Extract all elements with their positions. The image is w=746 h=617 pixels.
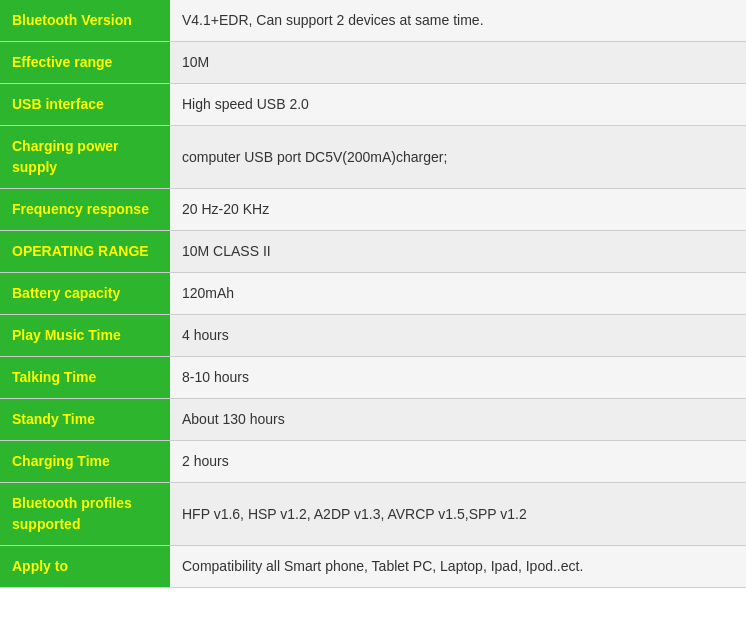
value-charging-power-supply: computer USB port DC5V(200mA)charger;: [170, 126, 746, 189]
value-charging-time: 2 hours: [170, 441, 746, 483]
label-bluetooth-version: Bluetooth Version: [0, 0, 170, 42]
label-charging-power-supply: Charging power supply: [0, 126, 170, 189]
value-standy-time: About 130 hours: [170, 399, 746, 441]
label-standy-time: Standy Time: [0, 399, 170, 441]
label-usb-interface: USB interface: [0, 84, 170, 126]
label-effective-range: Effective range: [0, 42, 170, 84]
label-talking-time: Talking Time: [0, 357, 170, 399]
label-bluetooth-profiles: Bluetooth profiles supported: [0, 483, 170, 546]
label-charging-time: Charging Time: [0, 441, 170, 483]
label-frequency-response: Frequency response: [0, 189, 170, 231]
value-talking-time: 8-10 hours: [170, 357, 746, 399]
table-row: OPERATING RANGE10M CLASS II: [0, 231, 746, 273]
value-usb-interface: High speed USB 2.0: [170, 84, 746, 126]
label-play-music-time: Play Music Time: [0, 315, 170, 357]
table-row: Bluetooth profiles supportedHFP v1.6, HS…: [0, 483, 746, 546]
table-row: Play Music Time4 hours: [0, 315, 746, 357]
table-row: Bluetooth VersionV4.1+EDR, Can support 2…: [0, 0, 746, 42]
table-row: Charging power supplycomputer USB port D…: [0, 126, 746, 189]
value-play-music-time: 4 hours: [170, 315, 746, 357]
spec-table: Bluetooth VersionV4.1+EDR, Can support 2…: [0, 0, 746, 588]
value-frequency-response: 20 Hz-20 KHz: [170, 189, 746, 231]
value-apply-to: Compatibility all Smart phone, Tablet PC…: [170, 546, 746, 588]
table-row: Frequency response20 Hz-20 KHz: [0, 189, 746, 231]
table-row: Standy TimeAbout 130 hours: [0, 399, 746, 441]
value-effective-range: 10M: [170, 42, 746, 84]
table-row: Effective range10M: [0, 42, 746, 84]
label-battery-capacity: Battery capacity: [0, 273, 170, 315]
value-battery-capacity: 120mAh: [170, 273, 746, 315]
table-row: USB interfaceHigh speed USB 2.0: [0, 84, 746, 126]
table-row: Battery capacity120mAh: [0, 273, 746, 315]
table-row: Charging Time2 hours: [0, 441, 746, 483]
table-row: Apply toCompatibility all Smart phone, T…: [0, 546, 746, 588]
value-bluetooth-version: V4.1+EDR, Can support 2 devices at same …: [170, 0, 746, 42]
table-row: Talking Time8-10 hours: [0, 357, 746, 399]
label-operating-range: OPERATING RANGE: [0, 231, 170, 273]
value-operating-range: 10M CLASS II: [170, 231, 746, 273]
label-apply-to: Apply to: [0, 546, 170, 588]
value-bluetooth-profiles: HFP v1.6, HSP v1.2, A2DP v1.3, AVRCP v1.…: [170, 483, 746, 546]
